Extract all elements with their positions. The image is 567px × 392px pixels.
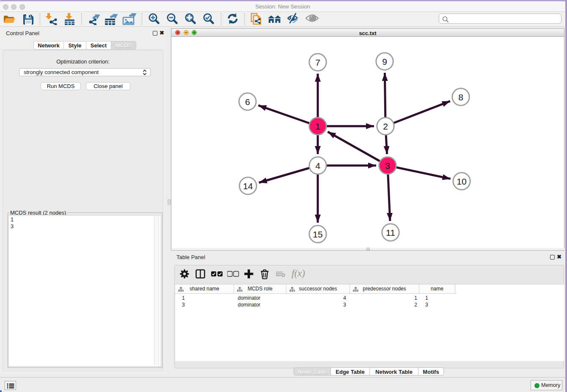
svg-text:2: 2 (383, 121, 388, 131)
svg-text:9: 9 (382, 57, 387, 66)
svg-text:3: 3 (385, 161, 390, 171)
svg-text:8: 8 (458, 92, 463, 102)
svg-text:1: 1 (315, 121, 320, 131)
svg-text:7: 7 (315, 58, 320, 67)
svg-text:6: 6 (245, 97, 250, 107)
svg-text:11: 11 (386, 228, 395, 237)
svg-text:15: 15 (313, 229, 322, 239)
svg-text:10: 10 (457, 177, 466, 186)
svg-text:14: 14 (243, 181, 253, 191)
svg-text:4: 4 (315, 161, 320, 171)
